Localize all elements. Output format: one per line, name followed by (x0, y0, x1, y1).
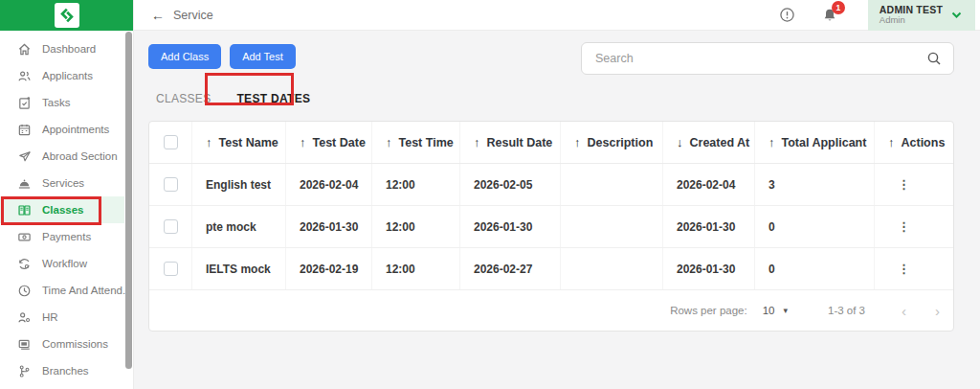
kebab-menu-icon[interactable]: ⋮ (892, 175, 916, 194)
next-page-button[interactable]: › (935, 303, 940, 319)
sort-asc-icon: ↑ (768, 135, 775, 149)
sidebar-item-classes[interactable]: Classes (0, 196, 124, 223)
sidebar-item-commissions[interactable]: Commissions (0, 331, 133, 357)
select-all-checkbox[interactable] (164, 135, 178, 149)
kebab-menu-icon[interactable]: ⋮ (892, 217, 916, 236)
plane-icon (16, 149, 32, 164)
column-header-result-date[interactable]: ↑Result Date (460, 122, 561, 163)
cell-created-at: 2026-01-30 (663, 206, 755, 247)
sidebar-item-label: Services (42, 177, 84, 189)
column-header-test-name[interactable]: ↑Test Name (192, 122, 286, 163)
cell-test-name: IELTS mock (192, 248, 286, 289)
test-dates-table: ↑Test Name ↑Test Date ↑Test Time ↑Result… (148, 121, 954, 332)
column-header-test-time[interactable]: ↑Test Time (372, 122, 460, 163)
previous-page-button[interactable]: ‹ (902, 303, 906, 319)
search-icon[interactable] (926, 51, 942, 66)
sort-asc-icon: ↑ (386, 135, 392, 149)
sidebar-item-tasks[interactable]: Tasks (0, 89, 133, 116)
cell-test-time: 12:00 (372, 248, 460, 289)
cell-description (561, 206, 663, 247)
back-icon[interactable]: ← (151, 8, 165, 23)
sort-asc-icon: ↑ (474, 135, 480, 149)
sidebar-header (0, 0, 133, 31)
cell-test-name: pte mock (192, 206, 286, 247)
sidebar-item-applicants[interactable]: Applicants (0, 62, 133, 89)
column-header-total-applicant[interactable]: ↑Total Applicant (755, 122, 875, 163)
sort-asc-icon: ↑ (206, 135, 212, 149)
add-class-button[interactable]: Add Class (148, 44, 221, 69)
topbar-right: 1 ADMIN TEST Admin (779, 0, 980, 31)
cell-total-applicant: 3 (755, 164, 875, 205)
sidebar-item-label: Time And Attend... (42, 285, 132, 296)
sidebar-nav: Dashboard Applicants Tasks Appointments (0, 31, 133, 384)
sidebar-item-label: Abroad Section (42, 150, 118, 162)
user-menu[interactable]: ADMIN TEST Admin (868, 0, 975, 31)
notification-badge: 1 (832, 1, 845, 14)
sidebar-item-label: Tasks (42, 97, 70, 108)
column-header-actions[interactable]: ↑Actions (875, 122, 953, 163)
kebab-menu-icon[interactable]: ⋮ (892, 260, 916, 278)
sidebar-item-branches[interactable]: Branches (0, 357, 133, 384)
row-checkbox[interactable] (164, 177, 178, 192)
sidebar-item-label: HR (42, 311, 58, 323)
code-chevrons-icon (58, 7, 76, 24)
column-header-created-at[interactable]: ↓Created At (663, 122, 755, 163)
column-header-description[interactable]: ↑Description (561, 122, 663, 163)
cell-total-applicant: 0 (755, 248, 875, 289)
sidebar-item-time-and-attendance[interactable]: Time And Attend... (0, 277, 133, 304)
cell-test-name: English test (192, 164, 286, 205)
cell-total-applicant: 0 (755, 206, 875, 247)
sidebar-item-payments[interactable]: Payments (0, 223, 133, 250)
table-row: pte mock 2026-01-30 12:00 2026-01-30 202… (149, 206, 953, 248)
topbar: ← Service 1 ADMIN TEST Admin (134, 0, 980, 31)
cell-result-date: 2026-02-27 (460, 248, 561, 289)
cell-created-at: 2026-02-04 (663, 164, 755, 205)
notifications-button[interactable]: 1 (822, 8, 837, 23)
sidebar-item-hr[interactable]: HR (0, 304, 133, 331)
search-box (581, 42, 954, 75)
sidebar: Dashboard Applicants Tasks Appointments (0, 0, 134, 389)
sidebar-scrollbar[interactable] (125, 32, 132, 369)
person-gear-icon (16, 309, 32, 325)
sidebar-item-label: Commissions (42, 338, 108, 350)
sidebar-item-dashboard[interactable]: Dashboard (0, 35, 133, 62)
alert-circle-icon[interactable] (779, 7, 795, 23)
cell-test-date: 2026-02-04 (286, 164, 372, 205)
calendar-icon (16, 122, 32, 137)
table-header-row: ↑Test Name ↑Test Date ↑Test Time ↑Result… (149, 122, 953, 164)
chevron-down-icon (951, 11, 962, 19)
sidebar-item-label: Branches (42, 365, 89, 377)
rows-per-page-select[interactable]: 10 (763, 305, 775, 316)
user-role: Admin (880, 15, 943, 26)
sidebar-item-abroad-section[interactable]: Abroad Section (0, 143, 133, 170)
column-header-test-date[interactable]: ↑Test Date (286, 122, 372, 163)
money-card-icon (16, 336, 32, 352)
tab-classes[interactable]: CLASSES (156, 88, 211, 109)
add-test-button[interactable]: Add Test (230, 44, 296, 69)
sort-asc-icon: ↑ (574, 135, 581, 149)
row-checkbox[interactable] (164, 219, 178, 234)
sidebar-item-services[interactable]: Services (0, 170, 133, 196)
sidebar-item-workflow[interactable]: Workflow (0, 250, 133, 277)
cloche-icon (16, 175, 32, 191)
page-title: Service (173, 9, 213, 22)
tab-test-dates[interactable]: TEST DATES (236, 88, 310, 109)
sort-asc-icon: ↑ (300, 135, 306, 149)
row-checkbox[interactable] (164, 262, 178, 276)
sidebar-item-appointments[interactable]: Appointments (0, 116, 133, 143)
search-input[interactable] (595, 52, 926, 65)
table-pagination: Rows per page: 10 ▾ 1-3 of 3 ‹ › (149, 290, 953, 331)
dropdown-caret-icon[interactable]: ▾ (783, 306, 788, 315)
workflow-gear-icon (16, 256, 32, 271)
cell-description (561, 164, 663, 205)
app-window: Dashboard Applicants Tasks Appointments (0, 0, 980, 389)
sidebar-item-label: Appointments (42, 124, 109, 135)
open-book-icon (16, 202, 32, 217)
sidebar-item-label: Classes (42, 204, 83, 216)
banknote-icon (16, 229, 32, 244)
cell-test-date: 2026-01-30 (286, 206, 372, 247)
app-logo[interactable] (55, 3, 79, 28)
sidebar-item-label: Dashboard (42, 43, 96, 55)
rows-per-page-label: Rows per page: (670, 305, 747, 316)
pagination-range: 1-3 of 3 (828, 305, 865, 316)
